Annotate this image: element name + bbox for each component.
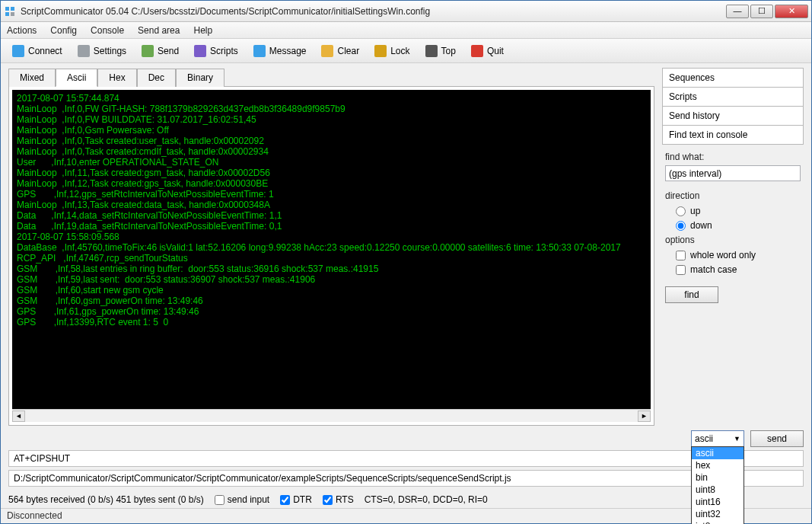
message-icon (253, 45, 266, 57)
connect-icon (12, 45, 24, 57)
send-format-dropdown[interactable]: asciihexbinuint8uint16uint32int8int16int… (691, 446, 744, 524)
send-format-selected: ascii (695, 433, 713, 444)
menu-console[interactable]: Console (91, 25, 124, 36)
toolbar: ConnectSettingsSendScriptsMessageClearLo… (1, 39, 811, 63)
find-button[interactable]: find (665, 286, 718, 303)
rts-checkbox[interactable] (323, 495, 333, 505)
find-what-input[interactable] (665, 165, 801, 181)
svg-rect-0 (5, 7, 9, 11)
send-format-combo[interactable]: ascii ▼ (691, 430, 744, 447)
clear-icon (321, 45, 333, 57)
toolbar-connect-button[interactable]: Connect (5, 42, 69, 60)
toolbar-clear-button[interactable]: Clear (314, 42, 366, 60)
direction-down-radio[interactable] (676, 221, 686, 231)
connection-status: Disconnected (7, 510, 62, 521)
match-case-checkbox[interactable] (676, 265, 686, 275)
tab-ascii[interactable]: Ascii (56, 69, 97, 87)
options-label: options (665, 235, 801, 245)
svg-rect-2 (5, 12, 9, 16)
toolbar-label: Clear (337, 46, 359, 56)
top-icon (425, 45, 438, 57)
svg-rect-3 (11, 12, 14, 16)
toolbar-label: Message (269, 46, 307, 56)
sidebar-tab-sequences[interactable]: Sequences (662, 68, 804, 88)
toolbar-label: Lock (390, 46, 409, 56)
toolbar-label: Settings (94, 46, 126, 56)
maximize-button[interactable]: ☐ (750, 5, 773, 18)
toolbar-label: Scripts (210, 46, 238, 56)
main-area: MixedAsciiHexDecBinary 2017-08-07 15:57:… (1, 63, 811, 426)
horizontal-scrollbar[interactable]: ◄ ► (12, 409, 651, 422)
app-window: ScriptCommunicator 05.04 C:/Users/bcsstz… (0, 0, 812, 524)
sidebar-tab-send-history[interactable]: Send history (662, 106, 804, 126)
send-input-checkbox[interactable] (215, 495, 224, 505)
toolbar-scripts-button[interactable]: Scripts (187, 42, 245, 60)
tab-mixed[interactable]: Mixed (8, 69, 56, 87)
left-panel: MixedAsciiHexDecBinary 2017-08-07 15:57:… (8, 68, 654, 426)
send-format-combo-wrap: ascii ▼ asciihexbinuint8uint16uint32int8… (691, 430, 744, 447)
menu-send-area[interactable]: Send area (138, 25, 180, 36)
tab-binary[interactable]: Binary (176, 69, 224, 87)
find-panel: find what: direction up down options who… (662, 144, 804, 311)
dropdown-option-uint8[interactable]: uint8 (692, 484, 744, 496)
minimize-button[interactable]: — (726, 5, 749, 18)
toolbar-label: Connect (28, 46, 62, 56)
toolbar-send-button[interactable]: Send (135, 42, 186, 60)
send-input-label: send input (228, 494, 269, 505)
toolbar-label: Quit (487, 46, 504, 56)
settings-icon (78, 45, 90, 57)
menubar: Actions Config Console Send area Help (1, 22, 811, 39)
window-buttons: — ☐ ✕ (726, 5, 808, 18)
direction-label: direction (665, 190, 801, 201)
send-button[interactable]: send (750, 430, 804, 447)
script-path-input[interactable] (8, 470, 804, 487)
dtr-checkbox[interactable] (280, 495, 290, 505)
scroll-left-arrow[interactable]: ◄ (12, 411, 25, 422)
svg-rect-1 (11, 7, 14, 11)
toolbar-lock-button[interactable]: Lock (368, 42, 416, 60)
dropdown-option-bin[interactable]: bin (692, 471, 744, 484)
whole-word-checkbox[interactable] (676, 251, 686, 260)
menu-help[interactable]: Help (193, 25, 212, 36)
sidebar-tab-find[interactable]: Find text in console (662, 125, 804, 145)
send-icon (142, 45, 154, 57)
whole-word-label: whole word only (690, 250, 756, 260)
dropdown-option-uint16[interactable]: uint16 (692, 496, 744, 508)
dtr-label: DTR (293, 494, 312, 505)
direction-down-label: down (690, 220, 712, 231)
console-tabs: MixedAsciiHexDecBinary (8, 68, 654, 86)
bottom-area: ascii ▼ asciihexbinuint8uint16uint32int8… (1, 426, 811, 508)
right-panel: Sequences Scripts Send history Find text… (662, 68, 804, 426)
tab-dec[interactable]: Dec (137, 69, 176, 87)
chevron-down-icon: ▼ (734, 435, 740, 443)
dropdown-option-ascii[interactable]: ascii (692, 447, 744, 459)
lock-icon (374, 45, 387, 57)
sidebar-tab-scripts[interactable]: Scripts (662, 87, 804, 107)
toolbar-top-button[interactable]: Top (419, 42, 463, 60)
bytes-status: 564 bytes received (0 b/s) 451 bytes sen… (8, 494, 204, 505)
dropdown-option-uint32[interactable]: uint32 (692, 508, 744, 520)
toolbar-label: Send (158, 46, 179, 56)
menu-actions[interactable]: Actions (7, 25, 37, 36)
window-title: ScriptCommunicator 05.04 C:/Users/bcsstz… (21, 6, 726, 17)
quit-icon (471, 45, 483, 57)
tab-hex[interactable]: Hex (97, 69, 136, 87)
toolbar-settings-button[interactable]: Settings (71, 42, 133, 60)
scroll-right-arrow[interactable]: ► (638, 411, 651, 422)
console-wrap: 2017-08-07 15:57:44.874 MainLoop ,Inf,0,… (8, 86, 654, 426)
dropdown-option-hex[interactable]: hex (692, 459, 744, 471)
match-case-label: match case (690, 264, 737, 275)
direction-up-radio[interactable] (676, 206, 686, 216)
toolbar-label: Top (441, 46, 456, 56)
direction-up-label: up (690, 206, 700, 216)
toolbar-quit-button[interactable]: Quit (464, 42, 511, 60)
toolbar-message-button[interactable]: Message (247, 42, 314, 60)
find-what-label: find what: (665, 152, 704, 162)
close-button[interactable]: ✕ (775, 5, 808, 18)
menu-config[interactable]: Config (50, 25, 77, 36)
dropdown-option-int8[interactable]: int8 (692, 520, 744, 524)
console-output[interactable]: 2017-08-07 15:57:44.874 MainLoop ,Inf,0,… (12, 90, 651, 409)
titlebar: ScriptCommunicator 05.04 C:/Users/bcsstz… (1, 1, 811, 22)
status-row: 564 bytes received (0 b/s) 451 bytes sen… (8, 490, 804, 508)
send-input[interactable] (8, 450, 804, 467)
